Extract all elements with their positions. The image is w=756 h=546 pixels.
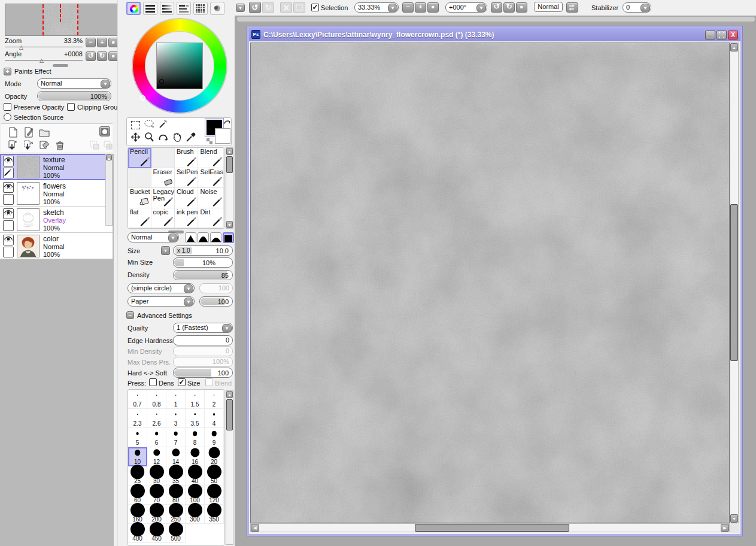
- brush-size-0.7[interactable]: 0.7: [128, 390, 147, 409]
- move-tool[interactable]: [129, 132, 142, 145]
- tool-dirt[interactable]: Dirt: [198, 208, 224, 229]
- redo-button[interactable]: ↻: [262, 2, 274, 13]
- brush-size-9[interactable]: 9: [205, 428, 224, 447]
- brush-size-300[interactable]: 300: [186, 505, 205, 524]
- layer-visibility-toggle[interactable]: [3, 156, 14, 166]
- tool-grid-scrollbar[interactable]: ▲ ▼: [226, 147, 233, 229]
- chevron-down-icon[interactable]: ▼: [101, 80, 110, 89]
- merge-down-icon[interactable]: [23, 139, 35, 151]
- size-grid-scrollbar[interactable]: ▲: [226, 390, 233, 545]
- scroll-up-icon[interactable]: ▲: [730, 43, 738, 51]
- brush-size-200[interactable]: 200: [147, 505, 166, 524]
- preserve-opacity-checkbox[interactable]: [4, 103, 11, 111]
- chevron-down-icon[interactable]: ▼: [184, 298, 193, 307]
- new-linework-layer-icon[interactable]: [23, 126, 35, 138]
- layer-item-texture[interactable]: textureNormal100%: [0, 154, 113, 180]
- chevron-down-icon[interactable]: ▼: [222, 324, 232, 333]
- view-rotate-cw-button[interactable]: ↻: [503, 2, 515, 13]
- chevron-down-icon[interactable]: ▼: [476, 4, 486, 13]
- brush-blend-dropdown[interactable]: Normal ▼: [127, 232, 179, 242]
- brush-size-12[interactable]: 12: [147, 447, 166, 466]
- background-color-swatch[interactable]: [215, 128, 230, 144]
- rect-select-tool[interactable]: [129, 119, 142, 132]
- hand-tool[interactable]: [170, 132, 184, 145]
- layer-option-box[interactable]: [3, 247, 14, 257]
- layer-visibility-toggle[interactable]: [3, 208, 14, 219]
- flip-view-button[interactable]: [566, 2, 578, 13]
- brush-size-250[interactable]: 250: [166, 505, 186, 524]
- nav-zoom-slider-marker[interactable]: △: [19, 44, 23, 50]
- saturation-value-square[interactable]: [156, 43, 203, 89]
- brush-size-2[interactable]: 2: [205, 390, 224, 409]
- edge-shape-triangle-button[interactable]: [185, 232, 196, 243]
- brush-size-7[interactable]: 7: [166, 428, 186, 447]
- brush-size-350[interactable]: 350: [205, 505, 224, 524]
- tool-brush[interactable]: Brush: [175, 148, 198, 168]
- horizontal-scrollbar[interactable]: ◀ ▶: [250, 523, 730, 533]
- brush-size-50[interactable]: 50: [205, 466, 224, 486]
- hscroll-thumb[interactable]: [415, 524, 569, 532]
- tool-noise[interactable]: Noise: [198, 188, 224, 208]
- brush-size-500[interactable]: 500: [166, 524, 186, 543]
- brush-size-30[interactable]: 30: [147, 466, 166, 486]
- brush-size-60[interactable]: 60: [128, 486, 147, 505]
- tool-eraser[interactable]: Eraser: [151, 168, 175, 189]
- deselect-button[interactable]: [280, 2, 292, 13]
- scrollbar-thumb[interactable]: [226, 156, 233, 173]
- brush-size-16[interactable]: 16: [186, 447, 205, 466]
- brush-size-1[interactable]: 1: [166, 390, 186, 409]
- brush-size-120[interactable]: 120: [205, 486, 224, 505]
- swatches-tab[interactable]: [193, 2, 208, 15]
- press-blend-checkbox[interactable]: [205, 378, 213, 386]
- hard-soft-slider[interactable]: 100: [173, 368, 233, 378]
- scroll-down-icon[interactable]: ▼: [226, 221, 233, 228]
- eyedropper-tool[interactable]: [184, 132, 198, 145]
- layer-opacity-slider[interactable]: 100%: [37, 91, 111, 101]
- tool-flat[interactable]: flat: [128, 208, 151, 229]
- panel-resize-handle[interactable]: [53, 64, 68, 67]
- brush-size-1.5[interactable]: 1.5: [186, 390, 205, 409]
- zoom-in-button[interactable]: +: [97, 38, 107, 47]
- chevron-down-icon[interactable]: ▼: [168, 233, 178, 242]
- press-dens-checkbox[interactable]: [149, 378, 157, 386]
- brush-size-6[interactable]: 6: [147, 428, 166, 447]
- view-zoom-reset-button[interactable]: ■: [427, 2, 439, 13]
- transparent-color-icon[interactable]: [207, 138, 212, 144]
- layer-option-box[interactable]: [3, 194, 14, 205]
- hue-ring[interactable]: [132, 19, 227, 113]
- tool-selpen[interactable]: SelPen: [175, 168, 198, 189]
- view-zoom-dropdown[interactable]: 33.33% ▼: [354, 2, 399, 13]
- minimize-button[interactable]: −: [705, 31, 715, 40]
- brush-size-3.5[interactable]: 3.5: [186, 409, 205, 428]
- brush-size-2.6[interactable]: 2.6: [147, 409, 166, 428]
- canvas[interactable]: [250, 43, 730, 523]
- document-title-bar[interactable]: Ps C:\Users\Lexxy\Pictures\attinar\wynry…: [249, 28, 740, 41]
- layer-list-scrollbar[interactable]: ▲: [105, 154, 113, 226]
- hsv-slider-tab[interactable]: [160, 2, 174, 15]
- brush-size-3[interactable]: 3: [166, 409, 186, 428]
- navigator-preview[interactable]: [5, 4, 120, 36]
- toolbar-overflow-dropdown[interactable]: ▼: [236, 4, 245, 12]
- new-layer-icon[interactable]: [7, 126, 19, 138]
- rgb-slider-tab[interactable]: [143, 2, 157, 15]
- vertical-scrollbar[interactable]: ▲ ▼: [730, 43, 739, 523]
- nav-angle-slider-marker[interactable]: △: [40, 57, 44, 63]
- brush-size-35[interactable]: 35: [166, 466, 186, 486]
- view-rotate-reset-button[interactable]: ■: [516, 2, 527, 13]
- edge-hardness-slider[interactable]: 0: [173, 335, 233, 345]
- scroll-up-icon[interactable]: ▲: [226, 391, 233, 398]
- document-window[interactable]: Ps C:\Users\Lexxy\Pictures\attinar\wynry…: [247, 26, 742, 536]
- tool-copic[interactable]: copic: [151, 208, 175, 229]
- clipping-group-checkbox[interactable]: [67, 103, 75, 111]
- magic-wand-tool[interactable]: [156, 119, 170, 132]
- nav-angle-slider[interactable]: [5, 60, 83, 60]
- vscroll-thumb[interactable]: [730, 204, 738, 361]
- view-zoom-in-button[interactable]: +: [415, 2, 426, 13]
- view-angle-dropdown[interactable]: +000° ▼: [445, 2, 487, 13]
- chevron-down-icon[interactable]: ▼: [388, 4, 397, 13]
- selection-checkbox[interactable]: ✓: [311, 4, 319, 11]
- brush-size-100[interactable]: 100: [186, 486, 205, 505]
- tool-bucket[interactable]: Bucket: [128, 188, 151, 208]
- brush-texture1-dropdown[interactable]: (simple circle) ▼: [127, 283, 195, 293]
- close-button[interactable]: X: [728, 31, 738, 40]
